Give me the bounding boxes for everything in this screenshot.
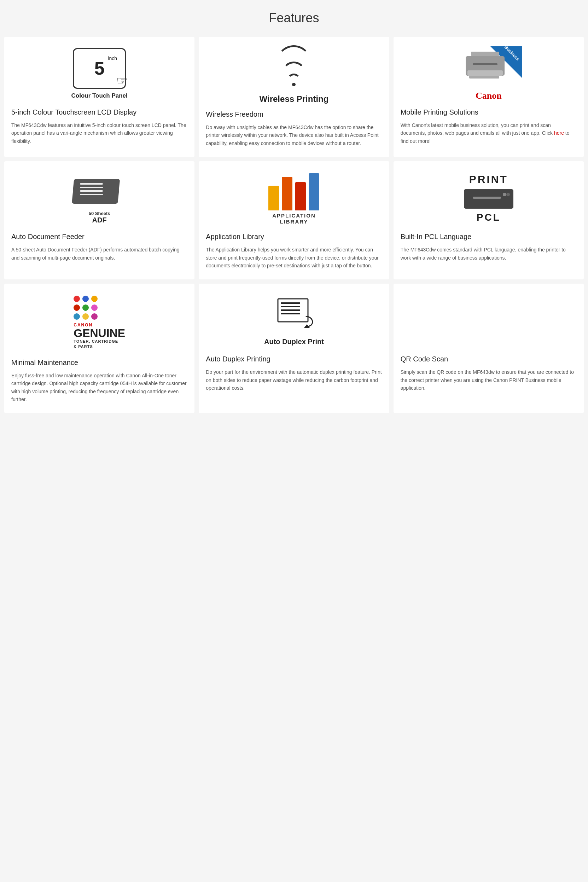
canon-business-image: Business Canon xyxy=(400,45,577,102)
feature-desc: Do away with unsightly cables as the MF6… xyxy=(206,123,382,147)
mobile-desc-before: With Canon's latest mobile business solu… xyxy=(400,122,554,136)
dot-8 xyxy=(82,314,89,320)
svg-rect-3 xyxy=(467,70,503,76)
feature-desc: The MF643Cdw features an intuitive 5-inc… xyxy=(11,121,188,145)
adf-image: 50 Sheets ADF xyxy=(11,170,188,226)
feature-desc: The Application Library helps you work s… xyxy=(206,246,382,270)
dot-3 xyxy=(91,296,98,302)
app-library-image: APPLICATION LIBRARY xyxy=(206,170,382,226)
feature-card-wireless-printing: Wireless Printing Wireless Freedom Do aw… xyxy=(199,37,389,157)
dot-2 xyxy=(82,296,89,302)
feature-card-app-library: APPLICATION LIBRARY Application Library … xyxy=(199,161,389,279)
svg-point-12 xyxy=(503,193,506,196)
feature-title: QR Code Scan xyxy=(400,355,577,363)
duplex-label: Auto Duplex Print xyxy=(264,338,324,346)
dot-5 xyxy=(82,304,89,311)
feature-desc: Simply scan the QR code on the MF643dw t… xyxy=(400,368,577,392)
page-title: Features xyxy=(0,0,588,33)
bar-orange xyxy=(282,177,292,210)
hand-icon: ☞ xyxy=(116,74,128,88)
feature-desc: A 50-sheet Auto Document Feeder (ADF) pe… xyxy=(11,246,188,262)
size-unit: inch xyxy=(108,56,117,61)
canon-logo: Canon xyxy=(476,90,502,101)
canon-genuine-main: GENUINE xyxy=(74,327,125,339)
svg-rect-9 xyxy=(80,194,103,195)
svg-rect-7 xyxy=(80,187,103,188)
size-number: 5 xyxy=(94,59,105,78)
wifi-icon xyxy=(276,45,312,86)
canon-dots xyxy=(74,296,98,320)
app-lib-label-2: LIBRARY xyxy=(280,219,308,225)
touch-panel-label: Colour Touch Panel xyxy=(71,92,128,99)
dot-1 xyxy=(74,296,80,302)
feature-card-mobile-printing: Business Canon Mobile Printing xyxy=(393,37,584,157)
feature-card-minimal-maintenance: CANON GENUINE TONER, CARTRIDGE & PARTS M… xyxy=(4,284,195,413)
svg-point-13 xyxy=(506,193,510,196)
duplex-image: Auto Duplex Print xyxy=(206,292,382,349)
feature-desc: Do your part for the environment with th… xyxy=(206,368,382,392)
dot-9 xyxy=(91,314,98,320)
mobile-desc-link[interactable]: here xyxy=(554,130,564,136)
svg-rect-18 xyxy=(281,313,300,314)
adf-icon xyxy=(71,172,128,211)
qr-image xyxy=(400,292,577,349)
canon-genuine-sub-2: & PARTS xyxy=(74,345,93,349)
adf-label: ADF xyxy=(92,216,107,224)
bar-red xyxy=(295,182,306,210)
dot-7 xyxy=(74,314,80,320)
svg-rect-17 xyxy=(281,309,300,311)
duplex-icon xyxy=(267,295,320,338)
feature-card-pcl: PRINT PCL Built-In PCL Language The MF64… xyxy=(393,161,584,279)
wireless-label: Wireless Printing xyxy=(260,94,329,104)
feature-desc: The MF643Cdw comes standard with PCL lan… xyxy=(400,246,577,262)
feature-title: Wireless Freedom xyxy=(206,110,382,118)
feature-card-qr-code: QR Code Scan Simply scan the QR code on … xyxy=(393,284,584,413)
feature-card-colour-touch-panel: 5 inch ☞ Colour Touch Panel 5-inch Colou… xyxy=(4,37,195,157)
feature-title: 5-inch Colour Touchscreen LCD Display xyxy=(11,108,188,116)
svg-rect-15 xyxy=(281,302,300,304)
bar-yellow xyxy=(268,186,279,210)
pcl-printer-icon xyxy=(462,188,515,210)
pcl-label: PCL xyxy=(477,212,501,223)
touch-panel-image: 5 inch ☞ Colour Touch Panel xyxy=(11,45,188,102)
bar-blue xyxy=(309,173,319,210)
svg-rect-11 xyxy=(473,196,501,199)
feature-title: Auto Document Feeder xyxy=(11,233,188,241)
svg-rect-16 xyxy=(281,306,300,308)
canon-genuine-image: CANON GENUINE TONER, CARTRIDGE & PARTS xyxy=(11,292,188,352)
svg-rect-6 xyxy=(80,183,103,184)
app-lib-label-1: APPLICATION xyxy=(272,213,316,219)
feature-title: Mobile Printing Solutions xyxy=(400,108,577,116)
canon-printer-icon xyxy=(462,50,512,85)
canon-genuine-sub-1: TONER, CARTRIDGE xyxy=(74,339,118,344)
sheets-label: 50 Sheets xyxy=(89,211,110,216)
svg-rect-0 xyxy=(471,52,499,56)
feature-desc: With Canon's latest mobile business solu… xyxy=(400,121,577,145)
feature-desc: Enjoy fuss-free and low maintenance oper… xyxy=(11,372,188,404)
print-label: PRINT xyxy=(469,173,508,185)
feature-card-adf: 50 Sheets ADF Auto Document Feeder A 50-… xyxy=(4,161,195,279)
feature-title: Application Library xyxy=(206,233,382,241)
dot-4 xyxy=(74,304,80,311)
svg-rect-4 xyxy=(469,76,499,78)
pcl-image: PRINT PCL xyxy=(400,170,577,226)
feature-card-auto-duplex: Auto Duplex Print Auto Duplex Printing D… xyxy=(199,284,389,413)
features-grid: 5 inch ☞ Colour Touch Panel 5-inch Colou… xyxy=(0,33,588,417)
svg-rect-10 xyxy=(464,189,513,208)
feature-title: Auto Duplex Printing xyxy=(206,355,382,363)
wireless-image: Wireless Printing xyxy=(206,45,382,104)
dot-6 xyxy=(91,304,98,311)
feature-title: Built-In PCL Language xyxy=(400,233,577,241)
app-lib-bars xyxy=(268,171,319,210)
svg-rect-2 xyxy=(473,63,498,65)
svg-rect-8 xyxy=(80,190,103,192)
feature-title: Minimal Maintenance xyxy=(11,358,188,367)
